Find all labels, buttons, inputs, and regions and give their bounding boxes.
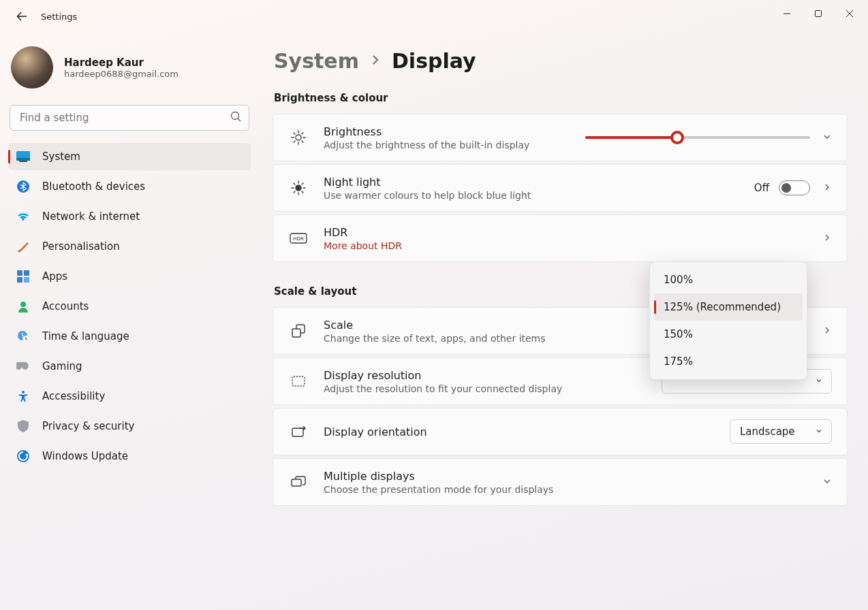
option-label: 150% (664, 328, 693, 340)
chevron-down-icon[interactable] (822, 476, 832, 489)
sidebar-item-time-language[interactable]: Time & language (8, 323, 251, 350)
shield-icon (16, 419, 30, 433)
resolution-text: Display resolution Adjust the resolution… (324, 369, 647, 394)
svg-line-27 (302, 133, 303, 134)
slider-fill (585, 136, 677, 139)
wifi-icon (16, 210, 30, 223)
chevron-down-icon[interactable] (822, 131, 832, 144)
minimize-icon (784, 10, 790, 17)
svg-line-35 (302, 191, 303, 193)
close-button[interactable] (834, 3, 865, 25)
sidebar-item-label: Windows Update (42, 450, 128, 462)
toggle-knob (781, 183, 791, 193)
hdr-text: HDR More about HDR (324, 226, 807, 251)
chevron-right-icon[interactable] (822, 325, 832, 338)
hdr-icon: HDR (288, 233, 309, 244)
scale-dropdown[interactable]: 100% 125% (Recommended) 150% 175% (649, 261, 807, 380)
night-light-title: Night light (324, 176, 739, 189)
svg-line-5 (238, 118, 241, 121)
svg-line-36 (302, 183, 303, 184)
sidebar-item-accessibility[interactable]: Accessibility (8, 383, 251, 410)
scale-option-100[interactable]: 100% (654, 266, 803, 293)
maximize-button[interactable] (803, 3, 834, 25)
svg-rect-7 (16, 158, 30, 161)
svg-rect-11 (17, 270, 22, 276)
gamepad-icon (16, 359, 30, 373)
sidebar-item-label: Personalisation (42, 240, 120, 253)
apps-icon (16, 270, 30, 283)
sidebar-item-accounts[interactable]: Accounts (8, 293, 251, 320)
profile-text: Hardeep Kaur hardeep0688@gmail.com (64, 57, 179, 79)
svg-point-29 (296, 185, 301, 191)
sidebar: Hardeep Kaur hardeep0688@gmail.com Syste… (0, 33, 259, 610)
multiple-displays-sub: Choose the presentation mode for your di… (324, 484, 807, 495)
night-light-row[interactable]: Night light Use warmer colours to help b… (273, 165, 847, 211)
breadcrumb-parent[interactable]: System (274, 49, 359, 73)
search-wrap (10, 105, 249, 131)
app-title: Settings (41, 0, 77, 33)
sidebar-item-windows-update[interactable]: Windows Update (8, 443, 251, 470)
orientation-row[interactable]: Display orientation Landscape (273, 408, 847, 455)
sidebar-item-privacy[interactable]: Privacy & security (8, 413, 251, 440)
sidebar-item-label: System (42, 150, 80, 163)
sidebar-item-apps[interactable]: Apps (8, 263, 251, 290)
multiple-displays-row[interactable]: Multiple displays Choose the presentatio… (273, 459, 847, 505)
scale-option-150[interactable]: 150% (654, 321, 803, 348)
profile-email: hardeep0688@gmail.com (64, 69, 179, 79)
breadcrumb: System Display (274, 49, 848, 73)
night-light-icon (288, 180, 309, 195)
night-light-toggle: Off (754, 180, 810, 195)
layout: Hardeep Kaur hardeep0688@gmail.com Syste… (0, 33, 868, 610)
svg-rect-40 (292, 329, 300, 337)
scale-option-125[interactable]: 125% (Recommended) (654, 293, 803, 321)
sidebar-item-gaming[interactable]: Gaming (8, 353, 251, 380)
back-button[interactable] (8, 0, 35, 33)
sidebar-item-personalisation[interactable]: Personalisation (8, 233, 251, 260)
chevron-right-icon[interactable] (822, 232, 832, 245)
svg-rect-42 (292, 428, 303, 436)
minimize-button[interactable] (771, 3, 803, 25)
resolution-title: Display resolution (324, 369, 647, 382)
multiple-displays-icon (288, 475, 309, 489)
svg-rect-41 (292, 376, 305, 386)
avatar (11, 46, 53, 89)
chevron-right-icon[interactable] (822, 182, 832, 195)
scale-controls (822, 325, 832, 338)
night-light-card: Night light Use warmer colours to help b… (273, 164, 848, 212)
toggle-state-label: Off (754, 182, 769, 194)
sidebar-item-label: Accessibility (42, 390, 105, 402)
profile-block[interactable]: Hardeep Kaur hardeep0688@gmail.com (8, 38, 251, 101)
sidebar-item-system[interactable]: System (8, 143, 251, 170)
toggle-switch[interactable] (779, 180, 810, 195)
close-icon (846, 10, 853, 17)
brightness-text: Brightness Adjust the brightness of the … (324, 125, 570, 150)
content: System Display Brightness & colour Brigh… (259, 33, 868, 610)
search-input[interactable] (10, 105, 249, 131)
brightness-controls (585, 131, 832, 144)
sidebar-item-network[interactable]: Network & internet (8, 203, 251, 230)
svg-rect-13 (17, 277, 22, 283)
sidebar-item-label: Gaming (42, 360, 82, 372)
multiple-displays-controls (822, 476, 832, 489)
person-icon (16, 300, 30, 313)
svg-rect-43 (292, 479, 301, 486)
sidebar-item-bluetooth[interactable]: Bluetooth & devices (8, 173, 251, 200)
hdr-row[interactable]: HDR HDR More about HDR (273, 215, 847, 261)
multiple-displays-title: Multiple displays (324, 470, 807, 483)
brightness-row[interactable]: Brightness Adjust the brightness of the … (273, 114, 847, 161)
titlebar: Settings (0, 0, 868, 33)
section-title-brightness: Brightness & colour (274, 92, 848, 104)
search-icon (230, 111, 241, 125)
orientation-title: Display orientation (324, 426, 715, 438)
brightness-icon (288, 130, 309, 145)
orientation-value: Landscape (740, 426, 795, 438)
multiple-displays-text: Multiple displays Choose the presentatio… (324, 470, 807, 495)
chevron-down-icon (815, 426, 823, 438)
scale-option-175[interactable]: 175% (654, 348, 803, 375)
sidebar-item-label: Time & language (42, 330, 129, 342)
orientation-select[interactable]: Landscape (730, 419, 832, 444)
hdr-title: HDR (324, 226, 807, 239)
brightness-slider[interactable] (585, 131, 810, 144)
slider-thumb[interactable] (670, 131, 684, 144)
hdr-link[interactable]: More about HDR (324, 240, 807, 251)
